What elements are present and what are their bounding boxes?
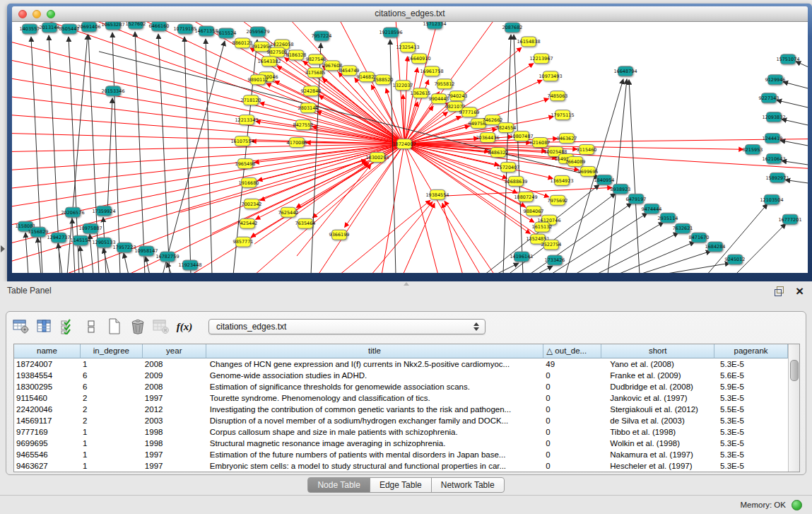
graph-node[interactable]: 14196141 xyxy=(510,252,533,262)
graph-node[interactable]: 7632621 xyxy=(673,223,693,233)
graph-node[interactable]: 9129946 xyxy=(765,75,786,85)
graph-node[interactable]: 7975692 xyxy=(548,195,568,205)
network-canvas[interactable]: 1872400712325413166409101696175879558127… xyxy=(12,22,808,273)
graph-node[interactable]: 9699695 xyxy=(578,166,599,176)
graph-node[interactable]: 19384554 xyxy=(425,189,449,199)
graph-node[interactable]: 16961758 xyxy=(420,66,443,76)
graph-node[interactable]: 8471670 xyxy=(689,233,710,243)
graph-node[interactable]: 9474444 xyxy=(642,204,662,214)
graph-node[interactable]: 1733426 xyxy=(545,255,565,265)
graph-node[interactable]: 15720407 xyxy=(496,162,519,172)
graph-node[interactable]: 1527602 xyxy=(126,22,146,29)
graph-node[interactable]: 7957224 xyxy=(312,31,332,41)
graph-node[interactable]: 9904443 xyxy=(429,94,449,104)
delete-columns-icon[interactable] xyxy=(129,317,147,336)
table-scrollbar[interactable] xyxy=(788,344,799,472)
column-header[interactable]: year xyxy=(143,344,206,358)
graph-node[interactable]: 2087682 xyxy=(502,23,523,33)
graph-node[interactable]: 7615524 xyxy=(216,28,237,38)
tab-network-table[interactable]: Network Table xyxy=(431,477,505,493)
table-row[interactable]: 946554611997Estimation of the future num… xyxy=(14,449,788,460)
graph-node[interactable]: 1615132 xyxy=(532,222,553,232)
graph-node[interactable]: 9890112 xyxy=(248,75,269,85)
graph-node[interactable]: 15892971 xyxy=(765,173,789,182)
column-header[interactable]: △ out_de... xyxy=(543,344,601,358)
graph-node[interactable]: 20691406 xyxy=(77,22,100,32)
graph-node[interactable]: 9227343 xyxy=(759,93,779,103)
graph-node[interactable]: 8427552 xyxy=(293,120,314,130)
graph-node[interactable]: 16777201 xyxy=(778,214,801,224)
graph-node[interactable]: 14671358 xyxy=(194,26,218,36)
graph-node[interactable]: 8215953 xyxy=(743,145,763,155)
graph-node[interactable]: 7664089 xyxy=(565,156,586,166)
graph-node[interactable]: 17957223 xyxy=(112,243,136,252)
tab-edge-table[interactable]: Edge Table xyxy=(370,477,432,493)
column-header[interactable]: name xyxy=(14,344,81,358)
float-panel-icon[interactable] xyxy=(775,286,784,296)
graph-node[interactable]: 2718120 xyxy=(241,95,261,105)
close-panel-icon[interactable]: × xyxy=(796,282,804,300)
graph-node[interactable]: 6216087 xyxy=(530,138,551,148)
graph-node[interactable]: 10688639 xyxy=(504,176,527,186)
graph-node[interactable]: 9463627 xyxy=(557,134,577,144)
graph-node[interactable]: 10958147 xyxy=(134,246,158,256)
graph-node[interactable]: 8505441 xyxy=(59,24,80,34)
graph-node[interactable]: 1965498 xyxy=(235,158,256,168)
graph-node[interactable]: 9242848 xyxy=(301,86,322,96)
table-mode-icon[interactable] xyxy=(12,317,30,336)
hidden-panel-handle-icon[interactable] xyxy=(1,245,5,252)
graph-node[interactable]: 6466160 xyxy=(149,22,170,31)
table-row[interactable]: 911546021997Tourette syndrome. Phenomeno… xyxy=(14,392,788,404)
graph-node[interactable]: 3175685 xyxy=(305,68,326,78)
graph-node[interactable]: 1916680 xyxy=(239,177,259,187)
graph-node[interactable]: 9884067 xyxy=(524,206,544,216)
table-selector-dropdown[interactable]: citations_edges.txt xyxy=(208,319,486,334)
graph-node[interactable]: 8860123 xyxy=(233,38,253,48)
graph-node[interactable]: 12213967 xyxy=(529,54,553,64)
graph-node[interactable]: 1840954 xyxy=(594,175,615,185)
delete-table-icon[interactable] xyxy=(152,317,170,336)
graph-node[interactable]: 9366199 xyxy=(329,230,350,240)
graph-node[interactable]: 10719185 xyxy=(173,24,196,34)
function-builder-icon[interactable]: f(x) xyxy=(175,317,194,336)
graph-node[interactable]: 15751074 xyxy=(776,54,799,64)
graph-node[interactable]: 8186328 xyxy=(286,50,307,60)
table-row[interactable]: 1456911722003Disruption of a novel membe… xyxy=(14,415,788,426)
table-row[interactable]: 1830029562008Estimation of significance … xyxy=(14,381,788,392)
graph-node[interactable]: 16210643 xyxy=(762,153,785,163)
graph-node[interactable]: 1156829 xyxy=(28,227,49,237)
graph-node[interactable]: 2522754 xyxy=(541,240,562,250)
graph-node[interactable]: 12325413 xyxy=(396,42,419,52)
tab-node-table[interactable]: Node Table xyxy=(307,477,370,493)
table-row[interactable]: 1872400712008Changes of HCN gene express… xyxy=(14,358,788,370)
table-row[interactable]: 977716911998Corpus callosum shape and si… xyxy=(14,426,788,438)
row-height-icon[interactable] xyxy=(82,317,100,336)
graph-node[interactable]: 12093832 xyxy=(762,112,785,122)
graph-node[interactable]: 9777169 xyxy=(459,107,480,117)
column-header[interactable]: in_degree xyxy=(81,344,143,358)
graph-node[interactable]: 2803144 xyxy=(298,103,319,113)
network-graph[interactable]: 1872400712325413166409101696175879558127… xyxy=(12,22,808,273)
graph-node[interactable]: 8486322 xyxy=(488,148,509,158)
graph-node[interactable]: 16107554 xyxy=(230,136,254,146)
graph-node[interactable]: 1588520 xyxy=(373,75,394,85)
column-header[interactable]: pagerank xyxy=(714,344,788,358)
graph-node[interactable]: 7635464 xyxy=(295,218,316,228)
table-row[interactable]: 1938455462009Genome-wide association stu… xyxy=(14,370,788,381)
column-header[interactable]: title xyxy=(206,344,544,358)
graph-node[interactable]: 2935114 xyxy=(658,213,678,223)
graph-node[interactable]: 1322037 xyxy=(393,81,413,90)
graph-node[interactable]: 9245012 xyxy=(725,255,746,264)
graph-node[interactable]: 1244419 xyxy=(763,134,783,144)
graph-node[interactable]: 20206576 xyxy=(61,207,84,217)
table-row[interactable]: 946362711997Embryonic stem cells: a mode… xyxy=(14,460,788,472)
graph-node[interactable]: 16154838 xyxy=(517,37,540,47)
show-columns-icon[interactable] xyxy=(35,317,54,336)
graph-node[interactable]: 16640910 xyxy=(407,54,430,64)
graph-node[interactable]: 19218596 xyxy=(379,28,402,37)
graph-node[interactable]: 8938923 xyxy=(611,184,631,194)
graph-node[interactable]: 10653287 xyxy=(101,22,124,30)
graph-node[interactable]: 7002342 xyxy=(242,199,262,209)
graph-node[interactable]: 9827509 xyxy=(267,47,288,57)
new-column-icon[interactable] xyxy=(105,317,124,336)
